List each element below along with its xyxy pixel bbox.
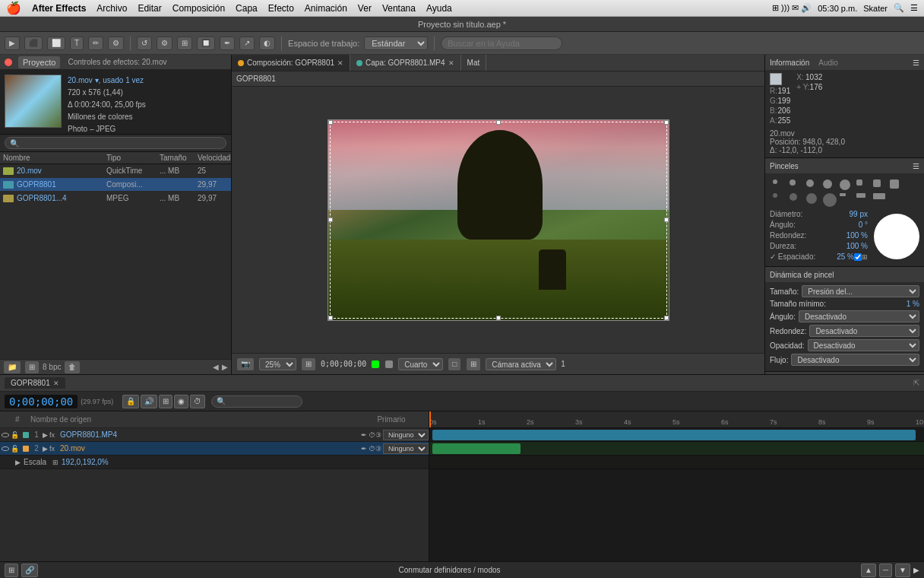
viewer-area[interactable] — [232, 87, 764, 353]
brush-dot-7[interactable] — [890, 179, 899, 189]
menu-capa[interactable]: Capa — [236, 3, 258, 14]
tl-scroll-right[interactable]: ▶ — [913, 566, 919, 574]
resolution-dropdown[interactable]: Cuarto — [398, 358, 443, 370]
layer-row-1[interactable]: 🔓 1 ▶ fx GOPR8801.MP4 ✒ ⏱ ③ Ninguno — [0, 428, 429, 442]
toolbar-btn-5[interactable]: ✏ — [88, 37, 103, 50]
layer-name-2[interactable]: 20.mov — [60, 444, 361, 453]
tl-bottom-btn-2[interactable]: 🔗 — [21, 564, 38, 577]
info-menu-icon[interactable]: ☰ — [913, 59, 919, 67]
toolbar-btn-10[interactable]: 🔲 — [197, 37, 215, 50]
brush-dot-14[interactable] — [873, 193, 885, 199]
color-btn[interactable] — [371, 360, 380, 369]
toolbar-btn-2[interactable]: ⬛ — [24, 37, 43, 50]
menu-archivo[interactable]: Archivo — [97, 3, 127, 14]
layer-pen-2[interactable]: ✒ — [361, 445, 367, 453]
tl-btn-3[interactable]: ⊞ — [159, 395, 172, 408]
viewer-tab-mat[interactable]: Mat — [461, 55, 487, 71]
toolbar-btn-1[interactable]: ▶ — [5, 37, 20, 50]
close-button[interactable] — [5, 59, 12, 66]
viewer-tab-comp[interactable]: Composición: GOPR8801 ✕ — [232, 55, 350, 71]
brush-dot-0[interactable] — [773, 179, 777, 184]
toolbar-btn-6[interactable]: ⚙ — [108, 37, 124, 50]
toolbar-btn-8[interactable]: ⚙ — [157, 37, 172, 50]
dyn-angle-dropdown[interactable]: Desactivado — [799, 310, 919, 322]
brush-dot-3[interactable] — [823, 179, 832, 189]
menu-ayuda[interactable]: Ayuda — [426, 3, 452, 14]
track-clip-1[interactable] — [432, 430, 916, 440]
tl-btn-5[interactable]: ⏱ — [190, 395, 205, 408]
brush-dot-5[interactable] — [856, 179, 862, 186]
tl-bottom-btn-1[interactable]: ⊞ — [5, 564, 18, 577]
brush-dot-11[interactable] — [823, 193, 837, 207]
workspace-dropdown[interactable]: Estándar — [364, 37, 428, 50]
roi-btn[interactable]: □ — [448, 357, 461, 371]
brushes-header[interactable]: Pinceles ☰ — [765, 158, 924, 173]
timeline-search[interactable] — [211, 395, 302, 408]
empty-track-area[interactable] — [429, 469, 924, 530]
tl-btn-4[interactable]: ◉ — [174, 395, 188, 408]
toolbar-btn-7[interactable]: ↺ — [137, 37, 152, 50]
snapshot-btn[interactable]: 📷 — [236, 357, 255, 371]
dyn-size-dropdown[interactable]: Presión del... — [802, 285, 919, 297]
alpha-btn[interactable] — [384, 360, 394, 369]
toolbar-btn-4[interactable]: T — [70, 37, 84, 50]
spacing-checkbox[interactable] — [854, 253, 862, 261]
toolbar-btn-11[interactable]: ✒ — [220, 37, 235, 50]
timeline-tracks[interactable]: 0s 1s 2s 3s 4s 5s 6s 7s 8s 9s 10s — [429, 411, 924, 561]
escala-label[interactable]: Escala — [24, 458, 46, 466]
brush-dot-1[interactable] — [790, 179, 796, 186]
brush-dot-8[interactable] — [773, 193, 777, 198]
tl-bottom-btn-4[interactable]: ─ — [879, 564, 892, 577]
tl-bottom-btn-3[interactable]: ▲ — [861, 564, 876, 577]
brush-dot-12[interactable] — [840, 193, 846, 196]
layer-name-1[interactable]: GOPR8801.MP4 — [60, 430, 361, 439]
layer-clock-2[interactable]: ⏱ — [369, 445, 375, 453]
tab-close-1[interactable]: ✕ — [337, 59, 343, 67]
tab-close-2[interactable]: ✕ — [448, 59, 454, 67]
scroll-left[interactable]: ◀ — [213, 363, 219, 371]
brushes-menu[interactable]: ☰ — [913, 162, 919, 170]
project-item-1[interactable]: GOPR8801 Composi... 29,97 — [0, 178, 231, 192]
new-folder-btn[interactable]: 📁 — [3, 360, 21, 374]
layer-row-2[interactable]: 🔓 2 ▶ fx 20.mov ✒ ⏱ ③ Ninguno — [0, 442, 429, 456]
info-section-header[interactable]: Información Audio ☰ — [765, 55, 924, 70]
grid-btn[interactable]: ⊞ — [466, 357, 481, 371]
menu-animacion[interactable]: Animación — [305, 3, 347, 14]
zoom-dropdown[interactable]: 25% — [259, 358, 296, 370]
brush-dot-2[interactable] — [806, 179, 814, 187]
playhead[interactable] — [429, 411, 431, 427]
visibility-toggle-1[interactable] — [0, 430, 11, 440]
audio-tab[interactable]: Audio — [818, 59, 838, 67]
brush-dot-9[interactable] — [790, 193, 797, 201]
dyn-flow-dropdown[interactable]: Desactivado — [791, 354, 919, 366]
menu-composicion[interactable]: Composición — [172, 3, 225, 14]
layer-pen-1[interactable]: ✒ — [361, 431, 367, 439]
track-clip-2[interactable] — [432, 443, 521, 454]
tab-proyecto[interactable]: Proyecto — [18, 56, 60, 68]
comp-tab-close[interactable]: ✕ — [53, 380, 59, 387]
track-row-1[interactable] — [429, 428, 924, 442]
fit-btn[interactable]: ⊞ — [301, 357, 316, 371]
tl-btn-1[interactable]: 🔒 — [122, 395, 139, 408]
comp-timeline-tab[interactable]: GOPR8801 ✕ — [5, 377, 65, 389]
mode-dropdown-2[interactable]: Ninguno — [383, 443, 429, 454]
tl-btn-2[interactable]: 🔊 — [141, 395, 157, 408]
brush-dot-4[interactable] — [840, 179, 850, 190]
escala-value[interactable]: 192,0,192,0% — [62, 458, 109, 466]
layer-3d-1[interactable]: ③ — [375, 431, 381, 439]
layer-lock-2[interactable]: 🔓 — [11, 445, 21, 453]
menu-ventana[interactable]: Ventana — [382, 3, 416, 14]
toolbar-btn-3[interactable]: ⬜ — [47, 37, 65, 50]
tl-bottom-btn-5[interactable]: ▼ — [895, 564, 910, 577]
search-icon[interactable]: 🔍 — [894, 3, 904, 13]
menu-editar[interactable]: Editar — [138, 3, 161, 14]
project-search-input[interactable] — [5, 137, 226, 149]
dyn-roundness-dropdown[interactable]: Desactivado — [809, 325, 919, 337]
layer-lock-1[interactable]: 🔓 — [11, 431, 21, 439]
brush-dot-10[interactable] — [806, 193, 817, 204]
project-item-2[interactable]: GOPR8801...4 MPEG ... MB 29,97 — [0, 192, 231, 205]
dynamics-header[interactable]: Dinámica de pincel — [765, 267, 924, 282]
camera-dropdown[interactable]: Cámara activa — [486, 358, 556, 370]
toolbar-btn-9[interactable]: ⊞ — [177, 37, 192, 50]
layer-clock-1[interactable]: ⏱ — [369, 431, 375, 439]
